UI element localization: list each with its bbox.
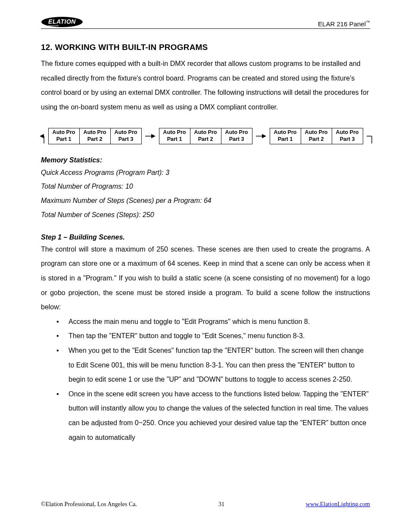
list-item: When you get to the "Edit Scenes" functi… bbox=[68, 343, 370, 387]
arrow-icon bbox=[39, 129, 45, 143]
brand-logo: ELATION PROFESSIONAL bbox=[41, 16, 83, 28]
svg-marker-8 bbox=[262, 134, 266, 138]
program-cell: Auto Pro Part 2 bbox=[79, 128, 110, 143]
step-heading: Step 1 – Building Scenes. bbox=[41, 233, 370, 241]
document-page: ELATION PROFESSIONAL ELAR 216 Panel™ 12.… bbox=[0, 0, 411, 532]
footer-page-number: 31 bbox=[218, 501, 224, 508]
arrow-icon bbox=[256, 134, 266, 139]
program-flow-diagram: Auto Pro Part 1 Auto Pro Part 2 Auto Pro… bbox=[41, 128, 370, 144]
list-item: Then tap the "ENTER" button and toggle t… bbox=[68, 329, 370, 343]
step-body: The control will store a maximum of 250 … bbox=[41, 242, 370, 314]
svg-text:PROFESSIONAL: PROFESSIONAL bbox=[48, 25, 59, 27]
program-group: Auto Pro Part 1 Auto Pro Part 2 Auto Pro… bbox=[159, 128, 252, 144]
program-cell: Auto Pro Part 1 bbox=[270, 128, 301, 143]
product-name: ELAR 216 Panel™ bbox=[318, 20, 370, 28]
program-cell: Auto Pro Part 2 bbox=[301, 128, 332, 143]
program-cell: Auto Pro Part 3 bbox=[221, 128, 252, 143]
program-cell: Auto Pro Part 2 bbox=[190, 128, 221, 143]
trademark-symbol: ™ bbox=[366, 20, 370, 25]
program-cell: Auto Pro Part 3 bbox=[110, 128, 141, 143]
program-cell: Auto Pro Part 1 bbox=[49, 128, 79, 143]
memory-stats-heading: Memory Statistics: bbox=[41, 156, 370, 164]
program-cell: Auto Pro Part 1 bbox=[159, 128, 190, 143]
memory-stat-line: Total Number of Scenes (Steps): 250 bbox=[41, 208, 370, 222]
section-intro: The fixture comes equipped with a built-… bbox=[41, 56, 370, 114]
svg-marker-6 bbox=[151, 134, 156, 138]
list-item: Once in the scene edit screen you have a… bbox=[68, 387, 370, 445]
page-header: ELATION PROFESSIONAL ELAR 216 Panel™ bbox=[41, 16, 370, 29]
arrow-icon bbox=[145, 134, 156, 139]
footer-copyright: ©Elation Professional, Los Angeles Ca. bbox=[41, 501, 137, 508]
memory-stat-line: Quick Access Programs (Program Part): 3 bbox=[41, 166, 370, 180]
memory-stat-line: Total Number of Programs: 10 bbox=[41, 180, 370, 194]
svg-text:ELATION: ELATION bbox=[48, 18, 76, 25]
page-footer: ©Elation Professional, Los Angeles Ca. 3… bbox=[41, 501, 370, 508]
list-item: Access the main menu and toggle to "Edit… bbox=[68, 314, 370, 329]
memory-stats-block: Quick Access Programs (Program Part): 3 … bbox=[41, 166, 370, 222]
program-group: Auto Pro Part 1 Auto Pro Part 2 Auto Pro… bbox=[270, 128, 363, 144]
product-name-text: ELAR 216 Panel bbox=[318, 20, 366, 28]
instruction-list: Access the main menu and toggle to "Edit… bbox=[41, 314, 370, 445]
svg-marker-3 bbox=[40, 134, 44, 138]
footer-link[interactable]: www.ElationLighting.com bbox=[306, 501, 370, 508]
arrow-icon bbox=[367, 129, 373, 143]
section-title: 12. WORKING WITH BUILT-IN PROGRAMS bbox=[41, 43, 370, 52]
memory-stat-line: Maximum Number of Steps (Scenes) per a P… bbox=[41, 194, 370, 208]
program-group: Auto Pro Part 1 Auto Pro Part 2 Auto Pro… bbox=[48, 128, 142, 144]
program-cell: Auto Pro Part 3 bbox=[332, 128, 363, 143]
